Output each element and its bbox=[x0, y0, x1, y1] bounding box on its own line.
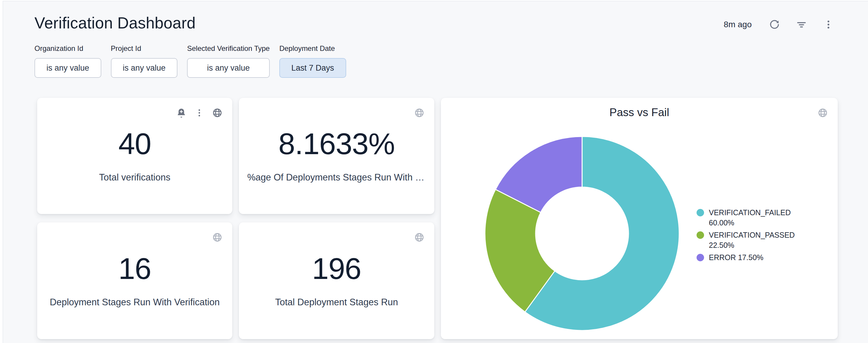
stat-body: 196 Total Deployment Stages Run bbox=[239, 222, 434, 339]
stat-body: 8.1633% %age Of Deployments Stages Run W… bbox=[239, 98, 434, 214]
stat-label: Total Deployment Stages Run bbox=[275, 297, 398, 308]
dashboard-menu-button[interactable] bbox=[823, 19, 834, 31]
filter-group-project-id: Project Id is any value bbox=[111, 44, 178, 78]
legend-dot bbox=[696, 254, 704, 261]
tile-stages-with-verification: 16 Deployment Stages Run With Verificati… bbox=[37, 222, 232, 339]
explore-from-here-button[interactable] bbox=[817, 107, 829, 119]
tile-icon-row bbox=[817, 107, 829, 119]
legend-label: VERIFICATION_PASSED 22.50% bbox=[709, 230, 805, 250]
stat-label: Total verifications bbox=[99, 172, 170, 183]
filter-chip-verification-type[interactable]: is any value bbox=[187, 58, 270, 78]
stat-body: 40 Total verifications bbox=[37, 98, 232, 214]
legend-item[interactable]: VERIFICATION_PASSED 22.50% bbox=[696, 230, 805, 250]
filter-group-verification-type: Selected Verification Type is any value bbox=[187, 44, 270, 78]
stat-body: 16 Deployment Stages Run With Verificati… bbox=[37, 222, 232, 339]
header-actions: 8m ago bbox=[724, 19, 834, 31]
refresh-icon bbox=[769, 19, 780, 30]
tile-total-verifications: 40 Total verifications bbox=[37, 98, 232, 214]
filter-chip-deployment-date[interactable]: Last 7 Days bbox=[279, 58, 346, 78]
legend-label: ERROR 17.50% bbox=[709, 252, 805, 263]
filter-label: Deployment Date bbox=[279, 44, 346, 53]
stat-value: 8.1633% bbox=[278, 129, 395, 159]
stat-label: Deployment Stages Run With Verification bbox=[50, 297, 220, 308]
chart-title: Pass vs Fail bbox=[441, 106, 838, 119]
filter-chip-project-id[interactable]: is any value bbox=[111, 58, 178, 78]
stat-label: %age Of Deployments Stages Run With V… bbox=[247, 172, 426, 183]
legend-dot bbox=[696, 231, 704, 239]
dashboard-canvas: Verification Dashboard 8m ago bbox=[3, 1, 868, 343]
donut-chart[interactable] bbox=[483, 135, 681, 332]
filter-toggle-button[interactable] bbox=[796, 19, 807, 31]
globe-icon bbox=[818, 108, 828, 118]
page-title: Verification Dashboard bbox=[34, 14, 196, 32]
last-refresh-timestamp: 8m ago bbox=[724, 20, 752, 29]
filter-group-deployment-date: Deployment Date Last 7 Days bbox=[279, 44, 346, 78]
stat-value: 196 bbox=[312, 253, 361, 283]
filter-label: Project Id bbox=[111, 44, 178, 53]
filter-group-organization-id: Organization Id is any value bbox=[34, 44, 101, 78]
kebab-menu-icon bbox=[823, 19, 834, 30]
filter-icon bbox=[796, 19, 807, 30]
refresh-button[interactable] bbox=[769, 19, 780, 31]
filter-label: Organization Id bbox=[34, 44, 101, 53]
stat-value: 40 bbox=[118, 129, 151, 159]
legend-dot bbox=[696, 209, 704, 216]
legend-label: VERIFICATION_FAILED 60.00% bbox=[709, 207, 805, 228]
filter-chip-organization-id[interactable]: is any value bbox=[34, 58, 101, 78]
chart-legend: VERIFICATION_FAILED 60.00% VERIFICATION_… bbox=[696, 207, 805, 263]
stat-value: 16 bbox=[118, 253, 151, 283]
legend-item[interactable]: VERIFICATION_FAILED 60.00% bbox=[696, 207, 805, 228]
filter-label: Selected Verification Type bbox=[187, 44, 270, 53]
tile-pct-deployment-stages: 8.1633% %age Of Deployments Stages Run W… bbox=[239, 98, 434, 214]
tile-total-stages-run: 196 Total Deployment Stages Run bbox=[239, 222, 434, 339]
tile-pass-vs-fail: Pass vs Fail VERIFICATION_FAILED 60.00% bbox=[441, 98, 838, 339]
filter-bar: Organization Id is any value Project Id … bbox=[34, 44, 346, 78]
legend-item[interactable]: ERROR 17.50% bbox=[696, 252, 805, 263]
